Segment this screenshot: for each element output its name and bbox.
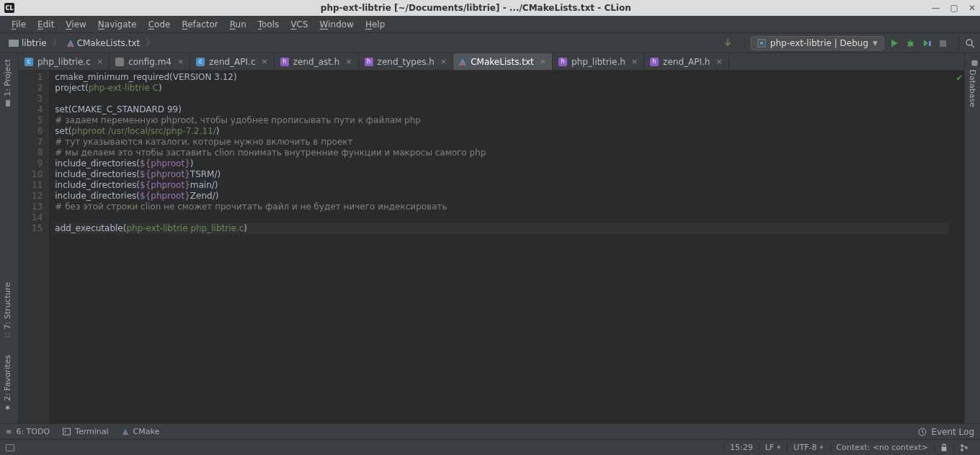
code-line: include_directories(${phproot}main/): [55, 180, 218, 190]
h-file-icon: h: [650, 58, 659, 66]
search-everywhere-button[interactable]: [965, 37, 976, 49]
run-configuration-label: php-ext-libtrie | Debug: [770, 38, 868, 48]
tab-php-libtrie-h[interactable]: hphp_libtrie.h×: [553, 53, 644, 70]
menu-navigate[interactable]: Navigate: [92, 18, 143, 31]
tool-window-structure[interactable]: ⬚ 7: Structure: [0, 276, 15, 345]
c-file-icon: c: [196, 58, 205, 66]
tool-window-database[interactable]: Database: [965, 53, 980, 113]
window-controls: — ▢ ✕: [932, 3, 976, 13]
tab-label: CMakeLists.txt: [471, 57, 534, 67]
editor-tabs: cphp_libtrie.c× config.m4×czend_API.c×hz…: [19, 53, 980, 71]
vcs-widget[interactable]: [953, 443, 974, 452]
menu-refactor[interactable]: Refactor: [176, 18, 223, 31]
context-label: Context: <no context>: [837, 443, 928, 452]
tool-window-event-log[interactable]: Event Log: [918, 427, 974, 437]
caret-position-label: 15:29: [730, 443, 753, 452]
tool-window-favorites-label: 2: Favorites: [3, 355, 12, 401]
tab-label: config.m4: [128, 57, 172, 67]
caret-position[interactable]: 15:29: [723, 443, 759, 452]
stop-button[interactable]: [939, 38, 947, 48]
svg-rect-1: [760, 42, 763, 45]
tool-window-favorites[interactable]: ★ 2: Favorites: [0, 349, 15, 418]
file-encoding[interactable]: UTF-8♦: [787, 443, 829, 452]
tool-window-todo-label: 6: TODO: [16, 427, 50, 436]
analysis-ok-icon: ✔: [956, 73, 963, 83]
breadcrumb-project-label: libtrie: [22, 38, 47, 48]
tab-zend-api-h[interactable]: hzend_API.h×: [644, 53, 729, 70]
tool-window-structure-label: 7: Structure: [3, 282, 12, 329]
tab-zend-api-c[interactable]: czend_API.c×: [190, 53, 275, 70]
svg-point-12: [961, 449, 963, 451]
tool-windows-toggle[interactable]: [6, 444, 14, 451]
tool-window-project[interactable]: 1: Project: [0, 53, 15, 113]
close-tab-icon[interactable]: ×: [440, 57, 447, 66]
code-line: add_executable(php-ext-libtrie php_libtr…: [55, 223, 948, 234]
chevron-right-icon: 〉: [146, 37, 154, 49]
line-separator-label: LF: [765, 443, 774, 452]
close-tab-icon[interactable]: ×: [177, 57, 184, 66]
close-tab-icon[interactable]: ×: [540, 57, 546, 66]
chevron-right-icon: 〉: [53, 37, 61, 49]
file-icon: [115, 58, 124, 66]
status-bar: 15:29 LF♦ UTF-8♦ Context: <no context>: [0, 439, 980, 455]
folder-icon: [9, 40, 19, 47]
tool-window-terminal[interactable]: Terminal: [63, 427, 109, 436]
c-file-icon: c: [24, 58, 33, 66]
read-only-toggle[interactable]: [934, 443, 953, 451]
close-tab-icon[interactable]: ×: [716, 57, 722, 66]
menu-window[interactable]: Window: [314, 18, 360, 31]
window-title: php-ext-libtrie [~/Documents/libtrie] - …: [20, 3, 932, 13]
h-file-icon: h: [558, 58, 567, 66]
close-button[interactable]: ✕: [968, 3, 976, 13]
menu-view[interactable]: View: [60, 18, 92, 31]
run-button[interactable]: [890, 38, 899, 48]
tab-label: php_libtrie.h: [571, 57, 625, 67]
menu-help[interactable]: Help: [360, 18, 391, 31]
menu-file[interactable]: File: [6, 18, 32, 31]
bottom-tool-strip: ≡ 6: TODO Terminal CMake Event Log: [0, 423, 980, 439]
menu-tools[interactable]: Tools: [252, 18, 285, 31]
code-line: # без этой строки clion не сможет прочит…: [55, 202, 447, 212]
code-line: include_directories(${phproot}): [55, 158, 193, 168]
tab-php-libtrie-c[interactable]: cphp_libtrie.c×: [19, 53, 110, 70]
close-tab-icon[interactable]: ×: [631, 57, 638, 66]
build-button[interactable]: [723, 37, 733, 48]
context-widget[interactable]: Context: <no context>: [830, 443, 934, 452]
breadcrumb-file-label: CMakeLists.txt: [77, 38, 141, 48]
debug-button[interactable]: [906, 38, 915, 48]
code-area[interactable]: cmake_minimum_required(VERSION 3.12) pro…: [49, 71, 954, 439]
h-file-icon: h: [365, 58, 373, 66]
run-with-coverage-button[interactable]: [922, 38, 932, 48]
svg-rect-4: [940, 40, 946, 47]
minimize-button[interactable]: —: [932, 3, 940, 13]
menu-run[interactable]: Run: [224, 18, 252, 31]
breadcrumb-project[interactable]: libtrie: [4, 37, 51, 50]
tab-cmakelists-txt[interactable]: CMakeLists.txt×: [453, 53, 553, 70]
svg-point-5: [966, 40, 972, 45]
tab-zend-types-h[interactable]: hzend_types.h×: [359, 53, 454, 70]
close-tab-icon[interactable]: ×: [97, 57, 103, 66]
target-icon: [757, 39, 766, 48]
code-line: # задаем переменную phproot, чтобы удобн…: [55, 115, 421, 125]
editor: 123456789101112131415 cmake_minimum_requ…: [19, 71, 964, 439]
close-tab-icon[interactable]: ×: [262, 57, 268, 66]
tool-window-todo[interactable]: ≡ 6: TODO: [6, 427, 50, 436]
tab-config-m4[interactable]: config.m4×: [110, 53, 190, 70]
left-tool-strip: 1: Project ⬚ 7: Structure ★ 2: Favorites: [0, 53, 19, 439]
menu-vcs[interactable]: VCS: [285, 18, 313, 31]
gutter-line-numbers: 123456789101112131415: [19, 71, 49, 439]
close-tab-icon[interactable]: ×: [345, 57, 352, 66]
run-configuration-dropdown[interactable]: php-ext-libtrie | Debug ▼: [751, 36, 884, 50]
code-line: include_directories(${phproot}Zend/): [55, 191, 218, 201]
svg-rect-8: [63, 428, 71, 435]
maximize-button[interactable]: ▢: [950, 3, 958, 13]
tab-label: php_libtrie.c: [37, 57, 91, 67]
tool-window-cmake[interactable]: CMake: [122, 427, 160, 436]
line-separator[interactable]: LF♦: [759, 443, 788, 452]
menu-edit[interactable]: Edit: [32, 18, 60, 31]
menu-code[interactable]: Code: [143, 18, 177, 31]
breadcrumb-file[interactable]: CMakeLists.txt: [63, 37, 145, 50]
tab-zend-ast-h[interactable]: hzend_ast.h×: [275, 53, 359, 70]
tool-window-database-label: Database: [968, 70, 977, 108]
menu-bar: FileEditViewNavigateCodeRefactorRunTools…: [0, 16, 980, 33]
